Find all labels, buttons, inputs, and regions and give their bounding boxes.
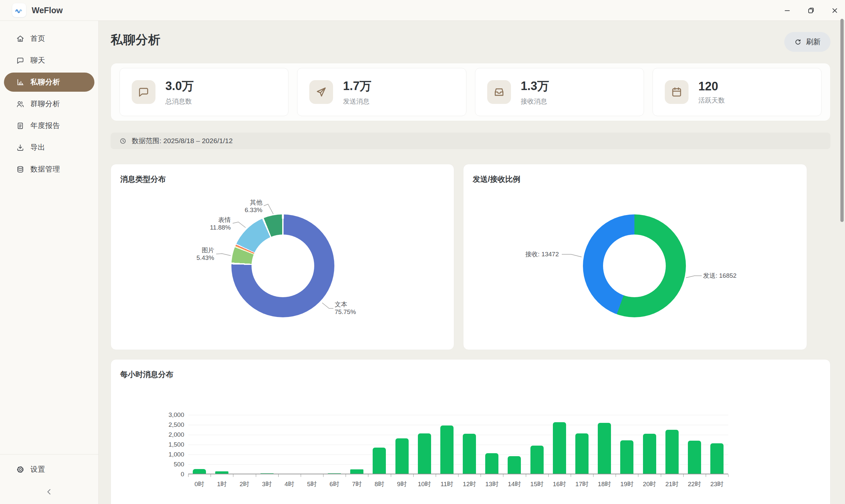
donut1-label-tupian: 图片 5.43%	[196, 246, 214, 262]
bar	[643, 434, 656, 474]
hourly-chart-y-axis: 05001,0001,5002,0002,5003,000	[111, 415, 184, 474]
x-axis-tick-label: 7时	[346, 480, 368, 488]
donut1-label-biaoqing: 表情 11.88%	[210, 216, 231, 231]
app-name: WeFlow	[32, 6, 63, 15]
bar-slot	[278, 415, 301, 474]
sidebar-item-label: 年度报告	[30, 121, 60, 131]
stat-card: 1.3万接收消息	[475, 68, 644, 116]
scrollbar-thumb[interactable]	[840, 19, 844, 222]
x-axis-tick-label: 21时	[661, 480, 683, 488]
bar	[328, 473, 341, 474]
refresh-button[interactable]: 刷新	[784, 32, 830, 52]
sidebar-item-settings[interactable]: 设置	[4, 460, 94, 479]
x-axis-tick-label: 1时	[211, 480, 233, 488]
bar-slot	[706, 415, 728, 474]
sidebar-item-label: 群聊分析	[30, 99, 60, 109]
sidebar-nav: 首页聊天私聊分析群聊分析年度报告导出数据管理	[0, 21, 99, 179]
x-axis-tick	[278, 474, 279, 477]
stat-value: 3.0万	[165, 78, 194, 94]
x-axis-tick	[256, 474, 256, 477]
bar-slot	[301, 415, 323, 474]
sidebar-item-database[interactable]: 数据管理	[4, 160, 94, 179]
bar	[508, 456, 521, 474]
x-axis-tick	[323, 474, 323, 477]
bar-slot	[526, 415, 548, 474]
sidebar-item-home[interactable]: 首页	[4, 29, 94, 48]
sidebar-collapse-button[interactable]	[41, 484, 57, 499]
x-axis-tick	[480, 474, 481, 477]
x-axis-tick	[661, 474, 661, 477]
x-axis-tick	[233, 474, 233, 477]
bar	[575, 433, 588, 474]
bar-slot	[571, 415, 593, 474]
x-axis-tick-label: 4时	[278, 480, 301, 488]
x-axis-tick-label: 14时	[503, 480, 526, 488]
bar-slot	[458, 415, 480, 474]
sidebar-settings-label: 设置	[30, 464, 45, 474]
x-axis-tick-label: 2时	[233, 480, 256, 488]
minimize-button[interactable]	[780, 3, 795, 18]
sidebar-item-report[interactable]: 年度报告	[4, 116, 94, 135]
database-icon	[16, 165, 25, 174]
stats-panel: 3.0万总消息数1.7万发送消息1.3万接收消息120活跃天数	[110, 63, 830, 121]
x-axis-tick-label: 0时	[188, 480, 211, 488]
x-axis-tick-label: 9时	[391, 480, 413, 488]
message-type-chart-card: 消息类型分布 其他 6.33% 表情 11.88% 图片 5.43% 文本	[110, 164, 454, 350]
bar-slot	[188, 415, 211, 474]
sidebar-item-label: 导出	[30, 143, 45, 152]
bubble-icon	[132, 80, 156, 104]
sidebar-item-chart[interactable]: 私聊分析	[4, 73, 94, 92]
close-icon	[830, 6, 839, 15]
window-controls	[780, 0, 842, 21]
bar	[373, 448, 386, 474]
x-axis-tick-label: 19时	[616, 480, 638, 488]
bar	[463, 434, 476, 474]
hourly-chart-x-ticks	[188, 474, 728, 477]
hourly-chart-title: 每小时消息分布	[120, 370, 173, 380]
refresh-icon	[794, 38, 802, 46]
bar	[666, 430, 679, 474]
send-receive-donut	[583, 214, 686, 317]
bar-slot	[233, 415, 256, 474]
bar-slot	[211, 415, 233, 474]
sidebar-item-chat[interactable]: 聊天	[4, 51, 94, 70]
x-axis-tick-label: 18时	[593, 480, 616, 488]
bar-slot	[548, 415, 571, 474]
stat-value: 120	[699, 79, 725, 93]
close-button[interactable]	[827, 3, 842, 18]
x-axis-tick	[593, 474, 594, 477]
bar-slot	[661, 415, 683, 474]
sidebar-item-label: 聊天	[30, 55, 45, 65]
stat-card: 120活跃天数	[653, 68, 822, 116]
clock-icon	[119, 137, 127, 145]
gear-icon	[16, 465, 25, 474]
x-axis-tick	[616, 474, 616, 477]
hourly-chart-plot-area	[188, 415, 728, 474]
sidebar-item-users[interactable]: 群聊分析	[4, 94, 94, 113]
maximize-restore-button[interactable]	[804, 3, 818, 18]
chat-icon	[16, 56, 25, 65]
bar	[395, 438, 409, 474]
x-axis-tick	[571, 474, 571, 477]
sidebar-item-label: 数据管理	[30, 164, 60, 174]
bar	[485, 453, 498, 474]
y-axis-tick-label: 1,000	[111, 451, 184, 458]
x-axis-tick-label: 22时	[683, 480, 706, 488]
x-axis-tick	[301, 474, 301, 477]
x-axis-tick	[728, 474, 728, 477]
stat-value: 1.3万	[521, 78, 549, 94]
stat-label: 总消息数	[165, 97, 194, 106]
x-axis-tick	[458, 474, 458, 477]
sidebar-item-download[interactable]: 导出	[4, 138, 94, 157]
hourly-chart-card: 每小时消息分布 05001,0001,5002,0002,5003,000 0时…	[110, 359, 830, 504]
bar	[710, 443, 723, 474]
bar	[418, 433, 431, 474]
bar-slot	[323, 415, 346, 474]
x-axis-tick	[436, 474, 436, 477]
restore-icon	[807, 6, 815, 15]
x-axis-tick-label: 16时	[548, 480, 571, 488]
bar-slot	[683, 415, 706, 474]
x-axis-tick-label: 8时	[368, 480, 390, 488]
minimize-icon	[783, 6, 792, 15]
page-header: 私聊分析 刷新	[110, 21, 830, 63]
